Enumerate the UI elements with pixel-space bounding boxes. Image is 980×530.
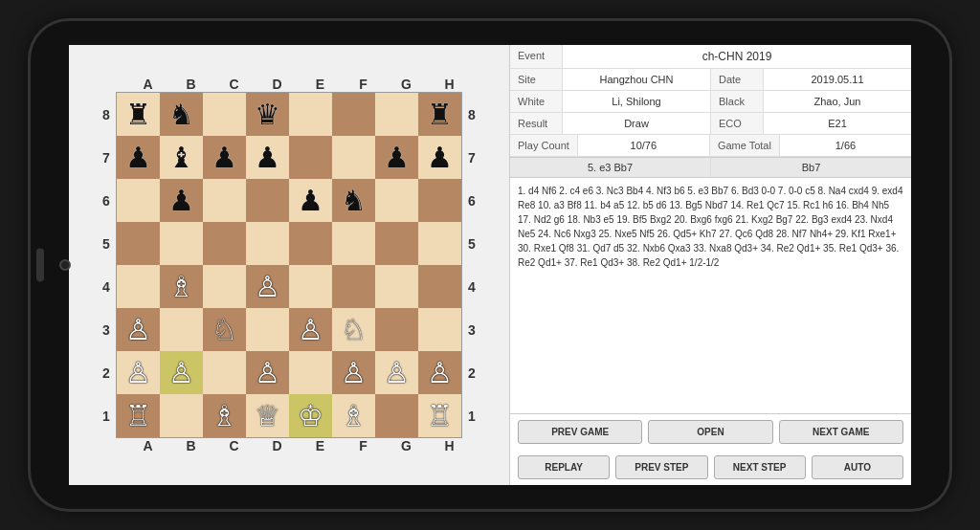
chess-cell[interactable]: ♟ xyxy=(117,136,160,179)
site-label: Site xyxy=(510,69,563,90)
chess-cell[interactable] xyxy=(160,308,203,351)
chess-cell[interactable] xyxy=(289,136,332,179)
chess-cell[interactable] xyxy=(375,394,418,437)
white-label: White xyxy=(510,91,563,112)
rank-label: 5 xyxy=(462,222,481,265)
chess-cell[interactable]: ♟ xyxy=(160,179,203,222)
chess-cell[interactable] xyxy=(375,265,418,308)
chess-cell[interactable]: ♜ xyxy=(117,93,160,136)
chess-cell[interactable]: ♟ xyxy=(375,136,418,179)
chess-cell[interactable]: ♘ xyxy=(203,308,246,351)
chess-cell[interactable] xyxy=(246,179,289,222)
chess-cell[interactable]: ♖ xyxy=(418,394,461,437)
chess-cell[interactable]: ♕ xyxy=(246,394,289,437)
col-label: C xyxy=(212,77,256,92)
chess-cell[interactable]: ♛ xyxy=(246,93,289,136)
white-black-row: White Li, Shilong Black Zhao, Jun xyxy=(510,91,911,113)
col-label: H xyxy=(428,438,471,453)
chess-cell[interactable] xyxy=(117,222,160,265)
chess-cell[interactable]: ♟ xyxy=(203,136,246,179)
chess-cell[interactable] xyxy=(375,179,418,222)
chess-cell[interactable]: ♖ xyxy=(117,394,160,437)
info-section: Event ch-CHN 2019 Site Hangzhou CHN Date… xyxy=(509,45,911,485)
rank-label: 1 xyxy=(97,394,116,437)
site-date-row: Site Hangzhou CHN Date 2019.05.11 xyxy=(510,69,911,91)
chess-cell[interactable] xyxy=(375,93,418,136)
auto-button[interactable]: AUTO xyxy=(812,455,903,479)
info-table: Event ch-CHN 2019 Site Hangzhou CHN Date… xyxy=(510,45,911,158)
chess-cell[interactable] xyxy=(289,351,332,394)
chess-cell[interactable]: ♙ xyxy=(160,351,203,394)
col-label: G xyxy=(385,438,428,453)
chess-piece: ♟ xyxy=(427,144,453,172)
chess-cell[interactable]: ♞ xyxy=(332,179,375,222)
chess-cell[interactable]: ♜ xyxy=(418,93,461,136)
chess-cell[interactable] xyxy=(332,222,375,265)
chess-cell[interactable]: ♙ xyxy=(246,265,289,308)
chess-cell[interactable]: ♘ xyxy=(332,308,375,351)
chess-cell[interactable] xyxy=(418,222,461,265)
chess-cell[interactable]: ♙ xyxy=(375,351,418,394)
chess-piece: ♙ xyxy=(384,359,410,387)
chess-cell[interactable] xyxy=(289,265,332,308)
chess-cell[interactable]: ♔ xyxy=(289,394,332,437)
rank-label: 8 xyxy=(97,93,116,136)
chess-cell[interactable]: ♙ xyxy=(289,308,332,351)
col-label: H xyxy=(428,77,471,92)
col-label: F xyxy=(342,438,385,453)
board-wrapper: ABCDEFGH 87654321 ♜♞♛♜♟♝♟♟♟♟♟♟♞♗♙♙♘♙♘♙♙♙… xyxy=(97,77,481,453)
chess-piece: ♞ xyxy=(341,187,367,215)
chess-cell[interactable] xyxy=(289,93,332,136)
chess-cell[interactable]: ♟ xyxy=(289,179,332,222)
chess-cell[interactable] xyxy=(203,265,246,308)
chess-cell[interactable] xyxy=(375,222,418,265)
open-button[interactable]: OPEN xyxy=(648,420,772,444)
chess-cell[interactable]: ♝ xyxy=(160,136,203,179)
eco-value: E21 xyxy=(764,113,911,134)
chess-cell[interactable] xyxy=(375,308,418,351)
chess-cell[interactable]: ♙ xyxy=(332,351,375,394)
chess-cell[interactable] xyxy=(418,265,461,308)
chess-cell[interactable]: ♙ xyxy=(246,351,289,394)
chess-cell[interactable] xyxy=(203,351,246,394)
chess-cell[interactable]: ♗ xyxy=(203,394,246,437)
chess-cell[interactable]: ♟ xyxy=(418,136,461,179)
chess-board-section: ABCDEFGH 87654321 ♜♞♛♜♟♝♟♟♟♟♟♟♞♗♙♙♘♙♘♙♙♙… xyxy=(69,45,509,485)
rank-label: 4 xyxy=(462,265,481,308)
next-step-button[interactable]: NEXT STEP xyxy=(714,455,806,479)
chess-cell[interactable] xyxy=(160,222,203,265)
chess-cell[interactable] xyxy=(418,179,461,222)
prev-game-button[interactable]: PREV GAME xyxy=(518,420,642,444)
phone-screen: ABCDEFGH 87654321 ♜♞♛♜♟♝♟♟♟♟♟♟♞♗♙♙♘♙♘♙♙♙… xyxy=(69,45,911,485)
chess-cell[interactable]: ♗ xyxy=(332,394,375,437)
chess-cell[interactable]: ♙ xyxy=(418,351,461,394)
chess-cell[interactable] xyxy=(117,265,160,308)
chess-cell[interactable] xyxy=(332,136,375,179)
chess-board[interactable]: ♜♞♛♜♟♝♟♟♟♟♟♟♞♗♙♙♘♙♘♙♙♙♙♙♙♖♗♕♔♗♖ xyxy=(116,92,462,438)
prev-step-button[interactable]: PREV STEP xyxy=(615,455,707,479)
chess-piece: ♜ xyxy=(125,100,151,129)
chess-cell[interactable] xyxy=(117,179,160,222)
rank-label: 8 xyxy=(462,93,481,136)
col-label: A xyxy=(126,438,169,453)
replay-button[interactable]: REPLAY xyxy=(518,455,610,479)
chess-cell[interactable] xyxy=(418,308,461,351)
chess-cell[interactable] xyxy=(203,93,246,136)
chess-cell[interactable] xyxy=(203,179,246,222)
chess-cell[interactable] xyxy=(203,222,246,265)
chess-cell[interactable] xyxy=(289,222,332,265)
col-label: E xyxy=(299,438,342,453)
chess-cell[interactable] xyxy=(246,222,289,265)
chess-cell[interactable] xyxy=(332,265,375,308)
chess-piece: ♟ xyxy=(384,144,410,172)
chess-cell[interactable] xyxy=(332,93,375,136)
chess-cell[interactable]: ♗ xyxy=(160,265,203,308)
chess-cell[interactable]: ♙ xyxy=(117,308,160,351)
chess-cell[interactable] xyxy=(246,308,289,351)
board-with-ranks: 87654321 ♜♞♛♜♟♝♟♟♟♟♟♟♞♗♙♙♘♙♘♙♙♙♙♙♙♖♗♕♔♗♖… xyxy=(97,92,481,438)
chess-cell[interactable]: ♙ xyxy=(117,351,160,394)
chess-cell[interactable]: ♟ xyxy=(246,136,289,179)
next-game-button[interactable]: NEXT GAME xyxy=(779,420,903,444)
chess-cell[interactable] xyxy=(160,394,203,437)
chess-cell[interactable]: ♞ xyxy=(160,93,203,136)
